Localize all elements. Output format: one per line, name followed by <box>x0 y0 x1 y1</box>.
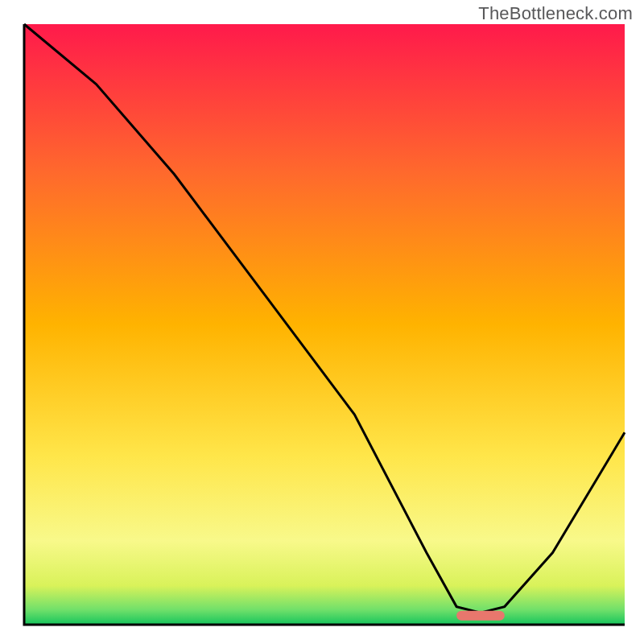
bottleneck-chart: TheBottleneck.com <box>0 0 644 644</box>
plot-background <box>24 24 625 625</box>
chart-svg <box>0 0 644 644</box>
watermark-text: TheBottleneck.com <box>478 3 633 24</box>
optimal-range-highlight <box>456 611 505 621</box>
